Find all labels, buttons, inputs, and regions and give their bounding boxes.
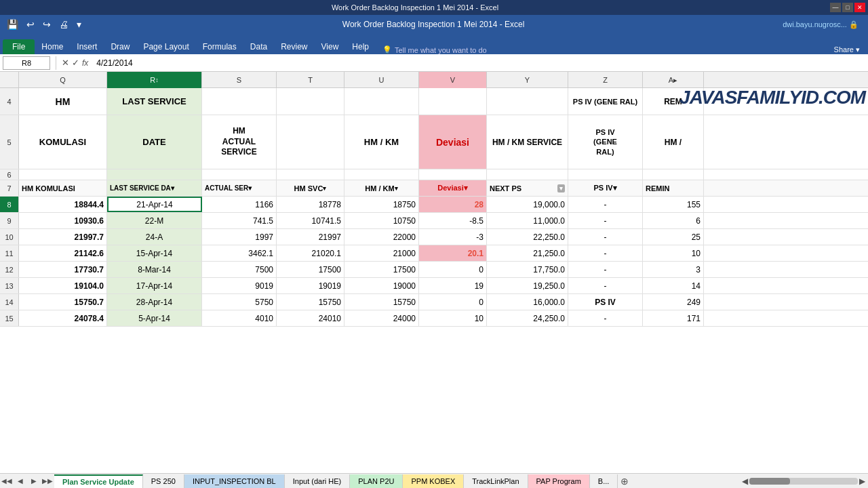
cell-Y4[interactable] — [487, 88, 568, 115]
cell-Y9[interactable]: 11,000.0 — [487, 213, 568, 228]
col-header-V[interactable]: V — [419, 72, 487, 88]
rownum-6[interactable]: 6 — [0, 169, 19, 180]
sheet-tab-plan-p2u[interactable]: PLAN P2U — [350, 474, 403, 488]
cell-V9[interactable]: -8.5 — [419, 213, 487, 228]
cell-AA7[interactable]: REMIN — [643, 180, 704, 196]
undo-icon[interactable]: ↩ — [24, 18, 37, 31]
share-btn[interactable]: Share ▾ — [834, 45, 865, 54]
cell-Y8[interactable]: 19,000.0 — [487, 197, 568, 212]
cell-R13[interactable]: 17-Apr-14 — [107, 278, 202, 293]
tab-draw[interactable]: Draw — [104, 39, 136, 54]
cell-U4[interactable] — [344, 88, 419, 115]
tab-data[interactable]: Data — [243, 39, 274, 54]
rownum-14[interactable]: 14 — [0, 294, 19, 310]
cell-R11[interactable]: 15-Apr-14 — [107, 245, 202, 261]
sheet-tab-ps250[interactable]: PS 250 — [143, 474, 184, 488]
cell-Z10[interactable]: - — [568, 229, 643, 245]
cell-V7[interactable]: Deviasi▾ — [419, 180, 487, 196]
cell-AA6[interactable] — [643, 169, 704, 180]
rownum-4[interactable]: 4 — [0, 88, 19, 115]
cell-Q4[interactable]: HM — [19, 88, 107, 115]
cell-Q5[interactable]: KOMULASI — [19, 115, 107, 169]
cell-AA15[interactable]: 171 — [643, 310, 704, 326]
cell-Y6[interactable] — [487, 169, 568, 180]
sheet-nav-next[interactable]: ▶ — [27, 474, 41, 488]
cell-V13[interactable]: 19 — [419, 278, 487, 293]
rownum-12[interactable]: 12 — [0, 262, 19, 277]
sheet-nav-first[interactable]: ◀◀ — [0, 474, 14, 488]
col-header-Z[interactable]: Z — [568, 72, 643, 88]
tab-insert[interactable]: Insert — [70, 39, 104, 54]
cell-Q14[interactable]: 15750.7 — [19, 294, 107, 310]
col-header-Y[interactable]: Y — [487, 72, 568, 88]
cell-R6[interactable] — [107, 169, 202, 180]
cell-Q10[interactable]: 21997.7 — [19, 229, 107, 245]
cell-AA4[interactable]: REM — [643, 88, 704, 115]
fx-icon[interactable]: fx — [82, 58, 88, 68]
tab-review[interactable]: Review — [274, 39, 314, 54]
sheet-tab-b[interactable]: B... — [590, 474, 618, 488]
sheet-nav-last[interactable]: ▶▶ — [41, 474, 54, 488]
col-header-R[interactable]: R ↕ — [107, 72, 202, 88]
rownum-11[interactable]: 11 — [0, 245, 19, 261]
scroll-left-btn[interactable]: ◀ — [742, 476, 748, 486]
cell-S12[interactable]: 7500 — [202, 262, 277, 277]
cell-S10[interactable]: 1997 — [202, 229, 277, 245]
cell-V11[interactable]: 20.1 — [419, 245, 487, 261]
tab-help[interactable]: Help — [345, 39, 376, 54]
tab-file[interactable]: File — [3, 39, 35, 54]
scroll-right-btn[interactable]: ▶ — [859, 476, 865, 486]
cell-T5[interactable] — [277, 115, 344, 169]
rownum-9[interactable]: 9 — [0, 213, 19, 228]
cell-AA5[interactable]: HM / — [643, 115, 704, 169]
name-box[interactable] — [3, 56, 50, 70]
cell-T13[interactable]: 19019 — [277, 278, 344, 293]
cell-AA10[interactable]: 25 — [643, 229, 704, 245]
rownum-13[interactable]: 13 — [0, 278, 19, 293]
cell-S14[interactable]: 5750 — [202, 294, 277, 310]
redo-icon[interactable]: ↪ — [40, 18, 54, 31]
cell-U6[interactable] — [344, 169, 419, 180]
cell-T4[interactable] — [277, 88, 344, 115]
sheet-nav-prev[interactable]: ◀ — [14, 474, 27, 488]
cell-R5[interactable]: DATE — [107, 115, 202, 169]
sheet-tab-input-dari-he[interactable]: Input (dari HE) — [285, 474, 351, 488]
add-sheet-btn[interactable]: ⊕ — [618, 474, 631, 488]
minimize-btn[interactable]: — — [830, 3, 841, 12]
cancel-icon[interactable]: ✕ — [62, 58, 69, 68]
cell-S11[interactable]: 3462.1 — [202, 245, 277, 261]
cell-Q6[interactable] — [19, 169, 107, 180]
cell-U8[interactable]: 18750 — [344, 197, 419, 212]
cell-Y12[interactable]: 17,750.0 — [487, 262, 568, 277]
cell-R9[interactable]: 22-M — [107, 213, 202, 228]
cell-T10[interactable]: 21997 — [277, 229, 344, 245]
cell-S7[interactable]: ACTUAL SER▾ — [202, 180, 277, 196]
cell-Z6[interactable] — [568, 169, 643, 180]
col-header-AA[interactable]: A▸ — [643, 72, 704, 88]
cell-Q11[interactable]: 21142.6 — [19, 245, 107, 261]
cell-U15[interactable]: 24000 — [344, 310, 419, 326]
scrollbar-thumb[interactable] — [749, 478, 790, 485]
col-header-S[interactable]: S — [202, 72, 277, 88]
cell-AA8[interactable]: 155 — [643, 197, 704, 212]
rownum-10[interactable]: 10 — [0, 229, 19, 245]
cell-U11[interactable]: 21000 — [344, 245, 419, 261]
cell-Y13[interactable]: 19,250.0 — [487, 278, 568, 293]
cell-Q13[interactable]: 19104.0 — [19, 278, 107, 293]
cell-Y11[interactable]: 21,250.0 — [487, 245, 568, 261]
col-header-Q[interactable]: Q — [19, 72, 107, 88]
cell-S4[interactable] — [202, 88, 277, 115]
cell-Y10[interactable]: 22,250.0 — [487, 229, 568, 245]
cell-Q7[interactable]: HM KOMULASI — [19, 180, 107, 196]
cell-Y5[interactable]: HM / KM SERVICE — [487, 115, 568, 169]
cell-U12[interactable]: 17500 — [344, 262, 419, 277]
cell-AA11[interactable]: 10 — [643, 245, 704, 261]
tab-formulas[interactable]: Formulas — [196, 39, 243, 54]
tell-me-text[interactable]: Tell me what you want to do — [395, 46, 487, 54]
cell-V12[interactable]: 0 — [419, 262, 487, 277]
cell-S13[interactable]: 9019 — [202, 278, 277, 293]
sheet-tab-ppm-kobex[interactable]: PPM KOBEX — [403, 474, 464, 488]
cell-Y7[interactable]: NEXT PS ▾ — [487, 180, 568, 196]
cell-Y14[interactable]: 16,000.0 — [487, 294, 568, 310]
cell-Z7[interactable]: PS IV▾ — [568, 180, 643, 196]
